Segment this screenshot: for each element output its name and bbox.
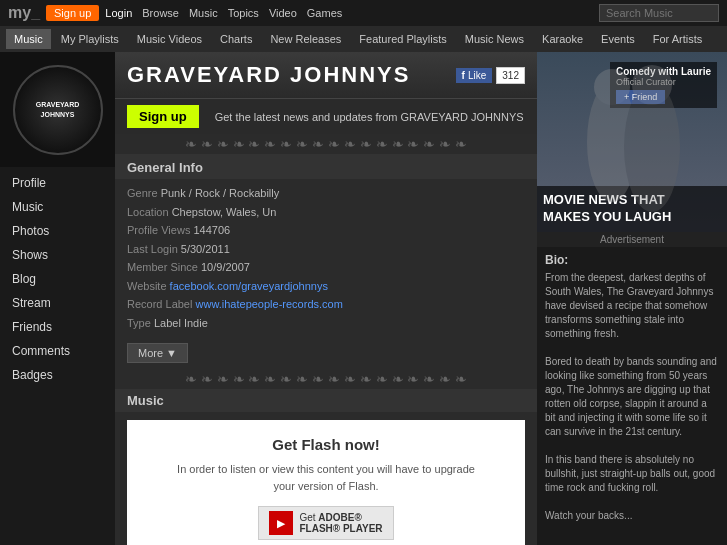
music-section-title: Music — [115, 389, 537, 412]
top-login-button[interactable]: Login — [105, 7, 132, 19]
main-content: GRAVEYARD JOHNNYS f Like 312 Sign up Get… — [115, 52, 537, 545]
nav-video[interactable]: Video — [269, 7, 297, 19]
sidebar-item-badges[interactable]: Badges — [0, 363, 115, 387]
sidebar-item-friends[interactable]: Friends — [0, 315, 115, 339]
fb-like-box: f Like 312 — [456, 67, 525, 84]
comedy-ad: Comedy with Laurie Official Curator + Fr… — [537, 52, 727, 232]
ornament-top: ❧ ❧ ❧ ❧ ❧ ❧ ❧ ❧ ❧ ❧ ❧ ❧ ❧ ❧ ❧ ❧ ❧ ❧ — [115, 134, 537, 154]
location-value: Chepstow, Wales, Un — [172, 206, 277, 218]
mainnav-forartists[interactable]: For Artists — [645, 29, 711, 49]
member-label: Member Since — [127, 261, 198, 273]
genre-row: Genre Punk / Rock / Rockabilly — [127, 185, 525, 202]
mainnav-music[interactable]: Music — [6, 29, 51, 49]
band-avatar-area: GRAVEYARDJOHNNYS — [0, 52, 115, 167]
svg-point-2 — [594, 69, 630, 105]
general-info-title: General Info — [115, 154, 537, 179]
mainnav-karaoke[interactable]: Karaoke — [534, 29, 591, 49]
ad-label: Advertisement — [537, 232, 727, 247]
website-label: Website — [127, 280, 167, 292]
band-name: GRAVEYARD JOHNNYS — [127, 62, 446, 88]
nav-browse[interactable]: Browse — [142, 7, 179, 19]
sidebar-item-profile[interactable]: Profile — [0, 171, 115, 195]
sidebar-item-shows[interactable]: Shows — [0, 243, 115, 267]
type-label: Type — [127, 317, 151, 329]
recordlabel-link[interactable]: www.ihatepeople-records.com — [196, 298, 343, 310]
views-value: 144706 — [193, 224, 230, 236]
mainnav-videos[interactable]: Music Videos — [129, 29, 210, 49]
website-row: Website facebook.com/graveyardjohnnys — [127, 278, 525, 295]
views-label: Profile Views — [127, 224, 190, 236]
top-signup-button[interactable]: Sign up — [46, 5, 99, 21]
fb-icon: f — [462, 70, 465, 81]
sidebar-item-music[interactable]: Music — [0, 195, 115, 219]
views-row: Profile Views 144706 — [127, 222, 525, 239]
location-label: Location — [127, 206, 169, 218]
member-value: 10/9/2007 — [201, 261, 250, 273]
signup-bar: Sign up Get the latest news and updates … — [115, 99, 537, 134]
right-sidebar: Comedy with Laurie Official Curator + Fr… — [537, 52, 727, 545]
genre-label: Genre — [127, 187, 158, 199]
band-signup-button[interactable]: Sign up — [127, 105, 199, 128]
nav-games[interactable]: Games — [307, 7, 342, 19]
main-navigation: Music My Playlists Music Videos Charts N… — [0, 26, 727, 52]
site-logo: my_ — [8, 4, 40, 22]
get-flash-button[interactable]: ▶ Get ADOBE®FLASH® PLAYER — [258, 506, 393, 540]
search-input[interactable] — [599, 4, 719, 22]
sidebar-item-blog[interactable]: Blog — [0, 267, 115, 291]
top-navigation: my_ Sign up Login Browse Music Topics Vi… — [0, 0, 727, 26]
lastlogin-row: Last Login 5/30/2011 — [127, 241, 525, 258]
mainnav-playlists[interactable]: My Playlists — [53, 29, 127, 49]
flash-title: Get Flash now! — [143, 436, 509, 453]
fb-like-label: Like — [468, 70, 486, 81]
svg-point-3 — [632, 65, 672, 105]
sidebar-item-photos[interactable]: Photos — [0, 219, 115, 243]
flash-btn-label: Get ADOBE®FLASH® PLAYER — [299, 512, 382, 534]
sidebar-item-comments[interactable]: Comments — [0, 339, 115, 363]
lastlogin-label: Last Login — [127, 243, 178, 255]
flash-desc: In order to listen or view this content … — [143, 461, 509, 494]
mainnav-musicnews[interactable]: Music News — [457, 29, 532, 49]
mainnav-charts[interactable]: Charts — [212, 29, 260, 49]
band-logo: GRAVEYARDJOHNNYS — [13, 65, 103, 155]
type-row: Type Label Indie — [127, 315, 525, 332]
mainnav-events[interactable]: Events — [593, 29, 643, 49]
website-link[interactable]: facebook.com/graveyardjohnnys — [170, 280, 328, 292]
type-value: Label Indie — [154, 317, 208, 329]
lastlogin-value: 5/30/2011 — [181, 243, 230, 255]
bio-text: From the deepest, darkest depths of Sout… — [545, 271, 719, 523]
left-sidebar: GRAVEYARDJOHNNYS Profile Music Photos Sh… — [0, 52, 115, 545]
mainnav-featured[interactable]: Featured Playlists — [351, 29, 454, 49]
people-silhouette — [537, 52, 727, 232]
nav-music[interactable]: Music — [189, 7, 218, 19]
flash-box: Get Flash now! In order to listen or vie… — [127, 420, 525, 545]
mainnav-newreleases[interactable]: New Releases — [262, 29, 349, 49]
fb-like-button[interactable]: f Like — [456, 68, 493, 83]
flash-icon: ▶ — [269, 511, 293, 535]
bio-section: Bio: From the deepest, darkest depths of… — [537, 247, 727, 529]
fb-count: 312 — [496, 67, 525, 84]
bio-title: Bio: — [545, 253, 719, 267]
signup-desc: Get the latest news and updates from GRA… — [215, 111, 524, 123]
band-header: GRAVEYARD JOHNNYS f Like 312 — [115, 52, 537, 99]
genre-value: Punk / Rock / Rockabilly — [161, 187, 280, 199]
sidebar-item-stream[interactable]: Stream — [0, 291, 115, 315]
more-button[interactable]: More ▼ — [127, 343, 188, 363]
location-row: Location Chepstow, Wales, Un — [127, 204, 525, 221]
page-content: GRAVEYARDJOHNNYS Profile Music Photos Sh… — [0, 52, 727, 545]
recordlabel-label: Record Label — [127, 298, 192, 310]
top-nav-links: Browse Music Topics Video Games — [142, 7, 342, 19]
nav-topics[interactable]: Topics — [228, 7, 259, 19]
member-row: Member Since 10/9/2007 — [127, 259, 525, 276]
general-info-content: Genre Punk / Rock / Rockabilly Location … — [115, 179, 537, 339]
ornament-mid: ❧ ❧ ❧ ❧ ❧ ❧ ❧ ❧ ❧ ❧ ❧ ❧ ❧ ❧ ❧ ❧ ❧ ❧ — [115, 369, 537, 389]
recordlabel-row: Record Label www.ihatepeople-records.com — [127, 296, 525, 313]
sidebar-menu: Profile Music Photos Shows Blog Stream F… — [0, 167, 115, 391]
